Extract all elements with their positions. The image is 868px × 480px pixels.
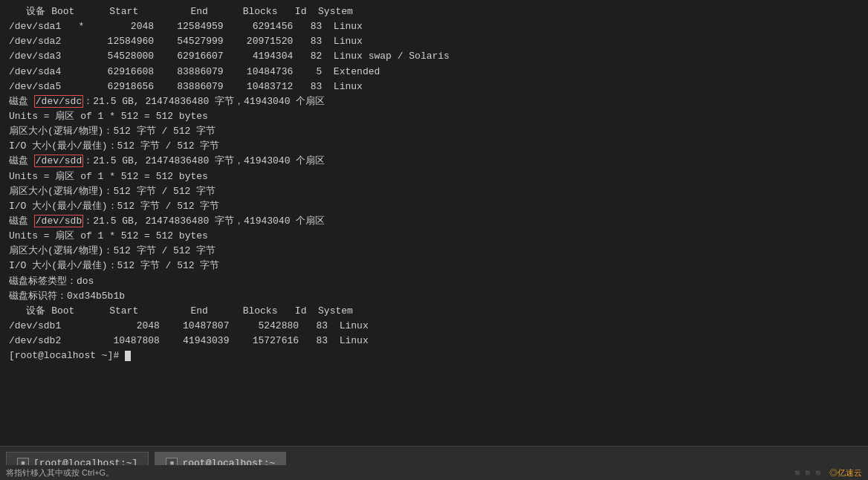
terminal-line-l6: /dev/sda5 62918656 83886079 10483712 83 … bbox=[9, 80, 868, 94]
terminal-line-l4: /dev/sda3 54528000 62916607 4194304 82 L… bbox=[9, 49, 868, 64]
terminal-line-l3: /dev/sda2 12584960 54527999 20971520 83 … bbox=[9, 34, 868, 49]
status-icons: ◾◾◾ bbox=[792, 468, 823, 478]
terminal-line-l14: Units = 扇区 of 1 * 512 = 512 bytes bbox=[9, 169, 868, 184]
terminal-line-l13: 磁盘 /dev/sdd：21.5 GB, 21474836480 字节，4194… bbox=[9, 154, 868, 169]
taskbar: ■ [root@localhost:~] ■ root@localhost:~ … bbox=[0, 446, 868, 480]
terminal-line-l15: 扇区大小(逻辑/物理)：512 字节 / 512 字节 bbox=[9, 184, 868, 199]
terminal-line-l11: I/O 大小(最小/最佳)：512 字节 / 512 字节 bbox=[9, 139, 868, 154]
terminal-line-l9: Units = 扇区 of 1 * 512 = 512 bytes bbox=[9, 109, 868, 124]
highlight-sdb: /dev/sdb bbox=[34, 215, 83, 227]
terminal-line-l28: [root@localhost ~]# bbox=[9, 348, 868, 363]
terminal-line-l27: /dev/sdb2 10487808 41943039 15727616 83 … bbox=[9, 334, 868, 348]
terminal-line-l10: 扇区大小(逻辑/物理)：512 字节 / 512 字节 bbox=[9, 124, 868, 139]
highlight-sdd: /dev/sdd bbox=[34, 155, 83, 167]
terminal-line-l22: 磁盘标签类型：dos bbox=[9, 274, 868, 289]
status-right: ◾◾◾ ◎亿速云 bbox=[792, 467, 862, 479]
terminal-line-l1: 设备 Boot Start End Blocks Id System bbox=[9, 4, 868, 19]
terminal-line-l19: Units = 扇区 of 1 * 512 = 512 bytes bbox=[9, 229, 868, 244]
terminal-line-l8: 磁盘 /dev/sdc：21.5 GB, 21474836480 字节，4194… bbox=[9, 94, 868, 109]
status-hint: 将指针移入其中或按 Ctrl+G。 bbox=[6, 467, 114, 479]
taskbar-inner: ■ [root@localhost:~] ■ root@localhost:~ … bbox=[0, 446, 868, 480]
status-bar: 将指针移入其中或按 Ctrl+G。 ◾◾◾ ◎亿速云 bbox=[0, 465, 868, 480]
terminal-line-l18: 磁盘 /dev/sdb：21.5 GB, 21474836480 字节，4194… bbox=[9, 214, 868, 229]
terminal-line-l20: 扇区大小(逻辑/物理)：512 字节 / 512 字节 bbox=[9, 244, 868, 259]
cursor bbox=[125, 351, 131, 361]
highlight-sdc: /dev/sdc bbox=[34, 95, 83, 108]
terminal-line-l2: /dev/sda1 * 2048 12584959 6291456 83 Lin… bbox=[9, 19, 868, 34]
yiyun-logo: ◎亿速云 bbox=[829, 467, 862, 479]
terminal-line-l25: 设备 Boot Start End Blocks Id System bbox=[9, 304, 868, 319]
terminal-line-l23: 磁盘标识符：0xd34b5b1b bbox=[9, 289, 868, 304]
terminal-line-l5: /dev/sda4 62916608 83886079 10484736 5 E… bbox=[9, 65, 868, 80]
terminal-line-l21: I/O 大小(最小/最佳)：512 字节 / 512 字节 bbox=[9, 259, 868, 273]
terminal-line-l26: /dev/sdb1 2048 10487807 5242880 83 Linux bbox=[9, 319, 868, 334]
terminal-line-l16: I/O 大小(最小/最佳)：512 字节 / 512 字节 bbox=[9, 199, 868, 214]
terminal-output: 设备 Boot Start End Blocks Id System/dev/s… bbox=[0, 0, 868, 446]
